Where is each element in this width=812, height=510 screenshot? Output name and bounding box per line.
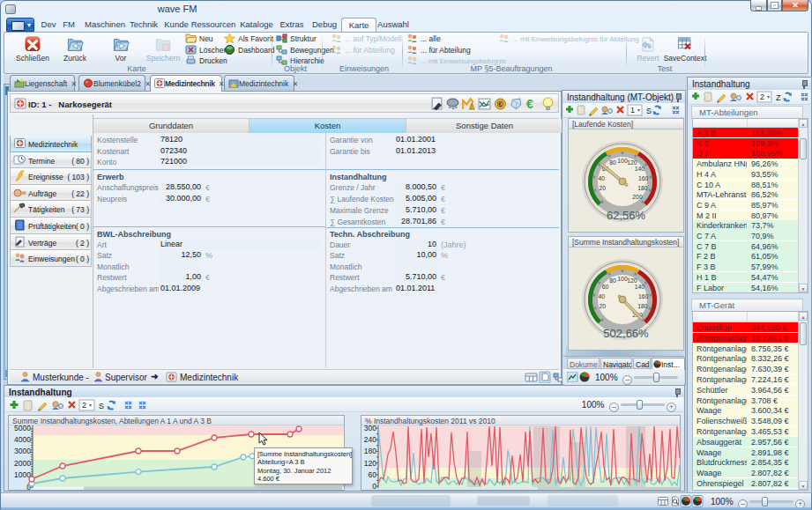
svg-text:▾: ▾	[89, 403, 92, 408]
svg-text:300: 300	[364, 424, 376, 432]
svg-text:160: 160	[638, 175, 649, 181]
svg-text:4000: 4000	[14, 435, 31, 444]
svg-text:60: 60	[602, 284, 609, 290]
svg-text:180: 180	[364, 447, 376, 455]
svg-text:1000: 1000	[14, 470, 31, 479]
svg-text:1: 1	[630, 106, 635, 115]
svg-text:40: 40	[599, 175, 606, 181]
svg-text:40: 40	[599, 293, 606, 299]
svg-text:80: 80	[609, 159, 616, 166]
svg-text:2000: 2000	[14, 459, 31, 468]
svg-text:120: 120	[627, 277, 637, 284]
svg-text:240: 240	[364, 435, 376, 444]
svg-text:2: 2	[760, 92, 764, 101]
svg-text:20: 20	[599, 303, 606, 309]
svg-text:!: !	[471, 103, 473, 111]
svg-text:180: 180	[637, 303, 648, 309]
svg-text:2: 2	[82, 401, 86, 410]
svg-text:5000: 5000	[14, 424, 31, 432]
svg-text:€: €	[526, 97, 533, 111]
svg-text:200: 200	[632, 194, 643, 200]
svg-text:100: 100	[617, 158, 628, 164]
svg-text:120: 120	[364, 459, 376, 468]
svg-text:140: 140	[635, 284, 645, 290]
svg-text:Z: Z	[776, 93, 781, 102]
svg-text:60: 60	[369, 470, 377, 479]
svg-text:160: 160	[638, 293, 649, 299]
svg-text:S: S	[646, 107, 652, 115]
svg-text:▾: ▾	[767, 94, 770, 100]
svg-text:120: 120	[627, 159, 637, 166]
svg-text:140: 140	[635, 166, 645, 172]
svg-text:S: S	[99, 402, 104, 410]
svg-text:80: 80	[609, 277, 616, 284]
svg-text:€: €	[499, 101, 503, 107]
svg-text:180: 180	[637, 185, 648, 191]
svg-text:20: 20	[599, 185, 606, 191]
svg-text:100: 100	[617, 276, 628, 282]
svg-text:▾: ▾	[637, 107, 640, 113]
svg-text:3000: 3000	[14, 447, 31, 455]
